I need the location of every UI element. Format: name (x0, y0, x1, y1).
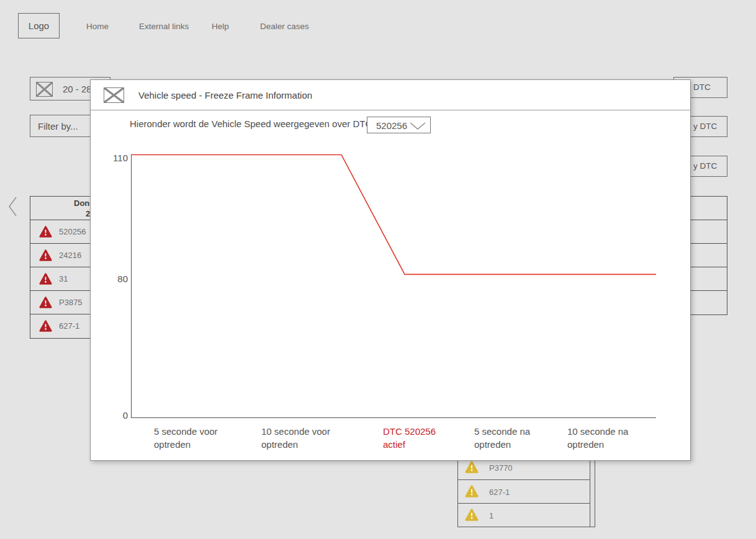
image-placeholder-icon (36, 82, 53, 97)
y-tick-0: 0 (102, 410, 128, 421)
freeze-frame-modal: Vehicle speed - Freeze Frame Information… (90, 79, 691, 461)
dtc-code: P3770 (489, 463, 513, 473)
y-tick-80: 80 (102, 274, 128, 284)
nav-item-help[interactable]: Help (212, 22, 229, 31)
nav-item-external-links[interactable]: External links (139, 22, 189, 31)
modal-title: Vehicle speed - Freeze Frame Information (138, 90, 312, 100)
speed-line (131, 155, 656, 275)
dtc-warning-table: P3770 627-1 1 (457, 455, 595, 527)
date-range-label: 20 - 28 (63, 84, 92, 94)
warning-triangle-icon (39, 249, 52, 262)
dtc-code: 520256 (59, 227, 86, 236)
modal-titlebar: Vehicle speed - Freeze Frame Information (91, 80, 690, 110)
table-row[interactable]: 1 (458, 504, 590, 528)
dtc-code: 31 (59, 274, 68, 283)
x-tick-5s-before: 5 seconde voor optreden (154, 425, 232, 451)
nav-item-dealer-cases[interactable]: Dealer cases (260, 22, 309, 31)
warning-triangle-icon (39, 296, 52, 309)
logo-box[interactable]: Logo (18, 13, 60, 38)
warning-triangle-icon (465, 484, 479, 498)
dtc-code: 24216 (59, 251, 81, 260)
warning-triangle-icon (39, 272, 52, 285)
app-canvas: Logo Home External links Help Dealer cas… (0, 0, 756, 539)
x-tick-10s-before: 10 seconde voor optreden (261, 425, 339, 451)
dtc-code: 627-1 (59, 321, 79, 331)
x-tick-dtc-active: DTC 520256 actief (383, 425, 461, 451)
dtc-dropdown[interactable]: 520256 (367, 117, 431, 133)
dtc-code: P3875 (59, 298, 83, 307)
filter-by-label: Filter by... (38, 121, 78, 131)
x-tick-5s-after: 5 seconde na optreden (474, 425, 552, 451)
vehicle-speed-chart (91, 80, 691, 461)
y-tick-110: 110 (102, 153, 128, 163)
warning-triangle-icon (465, 508, 479, 522)
dtc-dropdown-value: 520256 (376, 120, 407, 131)
dtc-button-label: y DTC (693, 122, 717, 131)
modal-description: Hieronder wordt de Vehicle Speed weergeg… (130, 118, 374, 129)
logo-label: Logo (29, 20, 49, 31)
warning-triangle-icon (39, 225, 52, 238)
dtc-code: 1 (489, 511, 493, 520)
warning-triangle-icon (39, 319, 52, 332)
chevron-left-icon[interactable] (7, 196, 19, 217)
warning-triangle-icon (465, 460, 479, 474)
close-icon[interactable] (104, 87, 124, 103)
dtc-code: 627-1 (489, 488, 510, 497)
dtc-button-label: y DTC (693, 161, 717, 171)
chevron-down-icon (410, 122, 426, 130)
x-tick-10s-after: 10 seconde na optreden (567, 425, 645, 451)
dtc-button-label: DTC (693, 82, 711, 92)
warning-rows: P3770 627-1 1 (458, 456, 590, 527)
nav-item-home[interactable]: Home (86, 22, 109, 31)
scrollbar[interactable] (590, 456, 595, 527)
table-row[interactable]: 627-1 (458, 480, 590, 504)
